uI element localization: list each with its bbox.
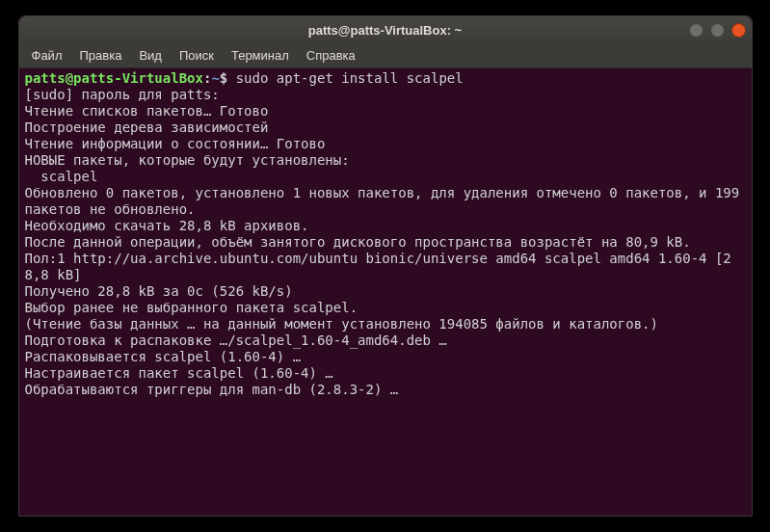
command-text: sudo apt-get install scalpel: [236, 70, 464, 86]
output-line: Чтение информации о состоянии… Готово: [25, 136, 326, 151]
output-line: [sudo] пароль для patts:: [25, 87, 220, 102]
menu-search[interactable]: Поиск: [171, 45, 223, 66]
terminal-window: patts@patts-VirtualBox: ~ Файл Правка Ви…: [18, 15, 753, 517]
maximize-button[interactable]: [710, 23, 725, 38]
output-line: (Чтение базы данных … на данный момент у…: [25, 316, 658, 332]
output-line: Необходимо скачать 28,8 kB архивов.: [25, 218, 309, 233]
terminal-content[interactable]: patts@patts-VirtualBox:~$ sudo apt-get i…: [19, 68, 752, 516]
output-line: Построение дерева зависимостей: [25, 120, 269, 135]
output-line: Настраивается пакет scalpel (1.60-4) …: [25, 365, 333, 381]
prompt-path: ~: [211, 70, 219, 86]
output-line: Подготовка к распаковке …/scalpel_1.60-4…: [25, 332, 447, 348]
menu-terminal[interactable]: Терминал: [223, 45, 298, 66]
output-line: scalpel: [25, 169, 98, 184]
menu-file[interactable]: Файл: [23, 45, 71, 66]
output-line: Обновлено 0 пакетов, установлено 1 новых…: [25, 185, 748, 217]
output-line: Распаковывается scalpel (1.60-4) …: [25, 349, 302, 364]
output-line: Чтение списков пакетов… Готово: [25, 103, 269, 119]
output-line: Обрабатываются триггеры для man-db (2.8.…: [25, 382, 399, 397]
output-line: Получено 28,8 kB за 0с (526 kB/s): [25, 283, 293, 299]
output-line: Пол:1 http://ua.archive.ubuntu.com/ubunt…: [25, 251, 731, 282]
menu-view[interactable]: Вид: [130, 45, 171, 66]
menu-edit[interactable]: Правка: [70, 45, 130, 66]
window-title: patts@patts-VirtualBox: ~: [19, 23, 752, 38]
output-line: НОВЫЕ пакеты, которые будут установлены:: [25, 152, 350, 168]
window-controls: [689, 23, 746, 38]
titlebar: patts@patts-VirtualBox: ~: [19, 16, 752, 43]
output-line: Выбор ранее не выбранного пакета scalpel…: [25, 300, 358, 315]
prompt-user: patts@patts-VirtualBox: [25, 70, 203, 86]
prompt-dollar: $: [220, 70, 227, 86]
menu-help[interactable]: Справка: [298, 45, 364, 66]
close-button[interactable]: [731, 23, 746, 38]
minimize-button[interactable]: [689, 23, 704, 38]
menubar: Файл Правка Вид Поиск Терминал Справка: [19, 43, 752, 68]
output-line: После данной операции, объём занятого ди…: [25, 234, 691, 250]
